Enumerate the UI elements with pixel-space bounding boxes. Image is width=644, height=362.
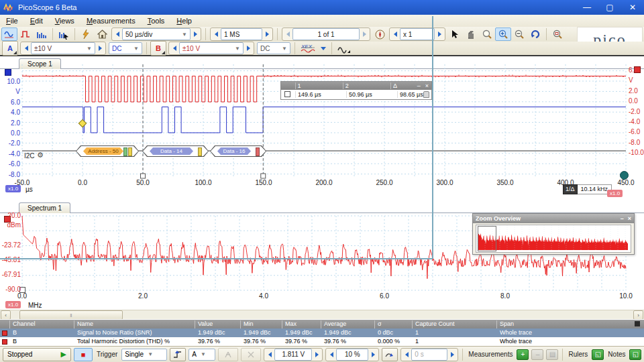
- zoom-full-tool-icon[interactable]: [549, 27, 566, 41]
- channel-b-range-increase[interactable]: [244, 43, 253, 54]
- scope-mode-icon[interactable]: [1, 27, 17, 41]
- pulse-view-icon[interactable]: [17, 27, 34, 41]
- ruler-legend-minimize-icon[interactable]: –: [415, 82, 423, 89]
- delay-input[interactable]: 0 s: [411, 349, 447, 361]
- i2c-packet[interactable]: Data - 14: [142, 145, 209, 157]
- zoom-overview-close-icon[interactable]: ×: [628, 215, 631, 222]
- delay-increase[interactable]: [447, 349, 457, 360]
- samples-input[interactable]: 1 MS: [221, 28, 262, 40]
- add-measurement-button[interactable]: +: [517, 349, 529, 360]
- time-ruler-handle[interactable]: [261, 174, 266, 178]
- timebase-increase-arrow[interactable]: [191, 29, 200, 40]
- maximize-button[interactable]: ▢: [598, 0, 621, 15]
- trigger-level-input[interactable]: 1.811 V: [274, 349, 312, 361]
- channel-a-range-increase[interactable]: [95, 43, 105, 54]
- select-tool-icon[interactable]: [447, 27, 463, 41]
- table-header-min[interactable]: Min: [240, 320, 282, 328]
- ruler-lock-icon[interactable]: [423, 91, 429, 98]
- scroll-right-arrow[interactable]: ›: [633, 310, 643, 320]
- buffer-prev-arrow[interactable]: [283, 29, 292, 40]
- scroll-thumb[interactable]: ‖: [19, 310, 123, 320]
- scroll-left-arrow[interactable]: ‹: [1, 310, 11, 320]
- scope-right-zoom-badge[interactable]: x1.0: [607, 190, 623, 197]
- ruler-legend[interactable]: 12Δ–× 149.6 µs50.96 µs98.65 µs: [280, 81, 432, 100]
- table-row[interactable]: BSignal to Noise Ratio (SNR)1.949 dBc1.9…: [0, 328, 644, 337]
- channel-b-button[interactable]: B: [150, 41, 166, 56]
- spectrum-zoom-badge[interactable]: x1.0: [5, 301, 21, 308]
- table-corner-button[interactable]: [635, 321, 640, 326]
- pretrigger-input[interactable]: 10 %: [336, 349, 368, 361]
- spectrum-mode-icon[interactable]: [34, 27, 50, 41]
- menu-item-tools[interactable]: Tools: [142, 15, 171, 26]
- horizontal-scrollbar[interactable]: ‹ ‖ ›: [0, 310, 644, 320]
- minimize-button[interactable]: —: [576, 0, 598, 15]
- advanced-trigger-icon[interactable]: [218, 348, 238, 361]
- trigger-marker[interactable]: [78, 119, 86, 127]
- menu-item-measurements[interactable]: Measurements: [80, 15, 142, 26]
- buffer-next-arrow[interactable]: [360, 29, 369, 40]
- samples-decrease-arrow[interactable]: [211, 29, 221, 40]
- undo-zoom-icon[interactable]: [527, 27, 543, 41]
- stop-button[interactable]: ■: [74, 348, 93, 361]
- channel-b-range-select[interactable]: ±10 V▼: [179, 42, 244, 54]
- ruler-legend-close-icon[interactable]: ×: [423, 82, 431, 89]
- samples-increase-arrow[interactable]: [262, 29, 272, 40]
- channel-a-range-decrease[interactable]: [21, 43, 31, 54]
- menu-item-views[interactable]: Views: [49, 15, 80, 26]
- zoom-overview-region-rect[interactable]: [478, 226, 496, 251]
- trigger-edge-icon[interactable]: [170, 348, 186, 361]
- zoom-factor-input[interactable]: x 1: [400, 28, 435, 40]
- zoom-decrease-arrow[interactable]: [390, 29, 400, 40]
- table-header--[interactable]: σ: [374, 320, 412, 328]
- zoom-overview-minimize-icon[interactable]: –: [621, 215, 624, 222]
- serial-decoding-dropdown-icon[interactable]: [318, 42, 329, 55]
- delay-decrease[interactable]: [402, 349, 411, 360]
- trigger-source-select[interactable]: A▼: [189, 349, 215, 361]
- table-header-max[interactable]: Max: [282, 320, 321, 328]
- table-header-name[interactable]: Name: [74, 320, 195, 328]
- table-header-average[interactable]: Average: [321, 320, 374, 328]
- trigger-time-icon[interactable]: [382, 348, 398, 361]
- buffer-navigator-icon[interactable]: [372, 27, 388, 41]
- zoom-overview-window[interactable]: Zoom Overview – ×: [472, 213, 635, 255]
- zoom-in-tool-icon[interactable]: [495, 27, 511, 41]
- channel-a-axis-indicator[interactable]: [5, 69, 11, 76]
- persistence-mode-icon[interactable]: [56, 27, 72, 41]
- delete-measurement-button[interactable]: –: [531, 349, 543, 360]
- serial-decoding-icon[interactable]: XEX: [298, 42, 318, 55]
- trigger-level-decrease[interactable]: [265, 349, 274, 360]
- zoom-out-tool-icon[interactable]: [511, 27, 527, 41]
- signal-generator-icon[interactable]: [78, 27, 94, 41]
- channel-b-coupling-select[interactable]: DC▼: [257, 42, 290, 54]
- channel-b-range-decrease[interactable]: [170, 43, 179, 54]
- i2c-packet[interactable]: Data - 16: [210, 145, 266, 157]
- pretrigger-increase[interactable]: [368, 349, 378, 360]
- table-header-capture-count[interactable]: Capture Count: [412, 320, 496, 328]
- menu-item-file[interactable]: File: [0, 15, 24, 26]
- start-stop-button[interactable]: Stopped ▶: [3, 348, 71, 361]
- ruler-legend-handle-icon[interactable]: [284, 91, 290, 97]
- pretrigger-decrease[interactable]: [327, 349, 336, 360]
- notes-button[interactable]: ◱: [629, 349, 641, 360]
- pan-hand-tool-icon[interactable]: [463, 27, 479, 41]
- i2c-packet[interactable]: Address - 50: [76, 145, 139, 157]
- channel-a-button[interactable]: A: [2, 41, 18, 56]
- table-header-channel[interactable]: Channel: [9, 320, 74, 328]
- channel-a-range-select[interactable]: ±10 V▼: [31, 42, 95, 54]
- i2c-settings-gear-icon[interactable]: ⚙: [37, 151, 44, 160]
- rulers-button[interactable]: ◱: [592, 349, 604, 360]
- channel-a-coupling-select[interactable]: DC▼: [109, 42, 142, 54]
- trigger-level-increase[interactable]: [312, 349, 321, 360]
- math-channels-icon[interactable]: [335, 42, 354, 55]
- trigger-mode-select[interactable]: Single▼: [121, 349, 167, 361]
- marquee-zoom-tool-icon[interactable]: [479, 27, 495, 41]
- trigger-marker-icon[interactable]: [241, 348, 261, 361]
- edit-measurement-button[interactable]: ▤: [546, 349, 558, 360]
- menu-item-edit[interactable]: Edit: [24, 15, 49, 26]
- timebase-decrease-arrow[interactable]: [113, 29, 122, 40]
- close-button[interactable]: ✕: [621, 0, 644, 15]
- table-header-span[interactable]: Span: [496, 320, 639, 328]
- auto-setup-home-icon[interactable]: [94, 27, 110, 41]
- time-ruler-handle[interactable]: [141, 174, 146, 178]
- menu-item-help[interactable]: Help: [170, 15, 198, 26]
